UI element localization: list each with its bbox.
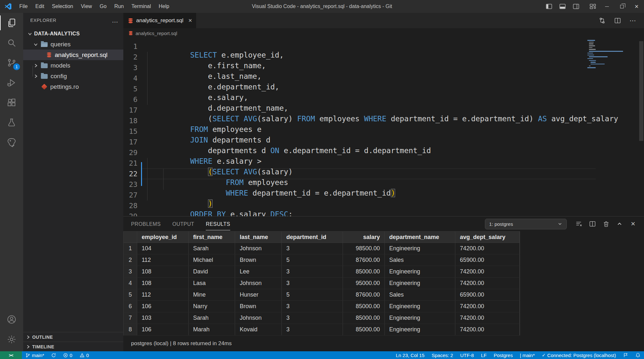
column-header[interactable]: last_name bbox=[235, 232, 282, 243]
more-actions-icon[interactable]: ⋯ bbox=[630, 17, 636, 24]
table-row[interactable]: 6 106NarryBrown385000.00Engineering74200… bbox=[124, 301, 520, 312]
tab-close-icon[interactable]: ✕ bbox=[188, 18, 192, 23]
editor-scrollbar[interactable] bbox=[639, 41, 643, 141]
menu-item[interactable]: Run bbox=[110, 0, 128, 13]
timeline-section[interactable]: TIMELINE bbox=[23, 342, 123, 351]
table-row[interactable]: 4 108LasaJohnson395000.00Engineering7420… bbox=[124, 278, 520, 289]
language-mode[interactable]: Postgres bbox=[490, 351, 516, 359]
source-control-icon[interactable]: 1 bbox=[0, 53, 23, 73]
branch-status-item[interactable]: main* bbox=[22, 351, 48, 359]
encoding[interactable]: UTF-8 bbox=[457, 351, 478, 359]
tree-item-analytics-report-sql[interactable]: analytics_report.sql bbox=[23, 50, 123, 60]
column-header[interactable]: employee_id bbox=[137, 232, 189, 243]
table-cell: Mine bbox=[189, 289, 235, 300]
settings-gear-icon[interactable] bbox=[0, 329, 23, 349]
remote-indicator[interactable]: >< bbox=[0, 351, 22, 359]
column-header[interactable]: avg_dept_salary bbox=[455, 232, 520, 243]
close-panel-icon[interactable]: ✕ bbox=[629, 220, 637, 228]
outline-section[interactable]: OUTLINE bbox=[23, 332, 123, 342]
toggle-panel-icon[interactable] bbox=[556, 0, 569, 13]
tree-item-config[interactable]: config bbox=[23, 71, 123, 81]
code-lines: 1 SELECT e.employee_id, 2 e.first_name, … bbox=[123, 38, 644, 216]
code-line[interactable]: 29 bbox=[123, 211, 644, 216]
table-row[interactable]: 7 103SarahJohnson385000.00Engineering742… bbox=[124, 312, 520, 324]
code-line[interactable]: 28 ORDER BY e.salary DESC; bbox=[123, 200, 644, 211]
table-header-row: employee_idfirst_namelast_namedepartment… bbox=[124, 231, 520, 243]
search-icon[interactable] bbox=[0, 33, 23, 53]
tab-results[interactable]: RESULTS bbox=[206, 217, 230, 230]
table-cell: Sarah bbox=[189, 243, 235, 254]
column-header[interactable]: salary bbox=[343, 232, 385, 243]
table-cell: Johnson bbox=[235, 278, 282, 289]
toggle-secondary-sidebar-icon[interactable] bbox=[569, 0, 583, 13]
explorer-icon[interactable] bbox=[0, 13, 23, 33]
split-editor-icon[interactable] bbox=[614, 17, 621, 24]
open-changes-icon[interactable] bbox=[599, 17, 606, 24]
column-header[interactable]: first_name bbox=[189, 232, 235, 243]
table-cell: 74200.00 bbox=[455, 324, 520, 335]
table-cell: Johnson bbox=[235, 312, 282, 324]
sidebar-more-actions-icon[interactable]: … bbox=[112, 17, 119, 24]
minimize-button[interactable] bbox=[600, 0, 614, 13]
maximize-panel-icon[interactable] bbox=[616, 220, 623, 228]
testing-beaker-icon[interactable] bbox=[0, 113, 23, 133]
query-status-text: postgres (local) | 8 rows returned in 24… bbox=[123, 338, 644, 349]
indentation[interactable]: Spaces: 2 bbox=[428, 351, 457, 359]
notifications-bell-icon[interactable] bbox=[632, 351, 644, 359]
column-header[interactable]: department_name bbox=[385, 232, 456, 243]
chevron-right-icon bbox=[33, 73, 39, 79]
breadcrumb[interactable]: analytics_report.sql bbox=[123, 28, 644, 38]
run-and-debug-icon[interactable] bbox=[0, 73, 23, 93]
clear-output-icon[interactable] bbox=[575, 220, 583, 228]
tree-item-queries[interactable]: queries bbox=[23, 39, 123, 50]
split-panel-icon[interactable] bbox=[589, 220, 596, 228]
tree-item-models[interactable]: models bbox=[23, 60, 123, 71]
table-cell: 104 bbox=[137, 243, 189, 254]
tree-item-pettings-ro[interactable]: pettings.ro bbox=[23, 81, 123, 92]
feedback-icon[interactable] bbox=[620, 351, 632, 359]
table-cell: Engineering bbox=[385, 312, 456, 324]
breadcrumb-item[interactable]: analytics_report.sql bbox=[136, 31, 177, 36]
column-header[interactable]: department_id bbox=[282, 232, 343, 243]
menu-item[interactable]: Go bbox=[96, 0, 110, 13]
menu-item[interactable]: Terminal bbox=[128, 0, 155, 13]
connection-select[interactable]: 1: postgres bbox=[485, 219, 567, 229]
db-connection-status[interactable]: ✓ Connected: Postgres (localhost) bbox=[538, 351, 620, 359]
trash-icon[interactable] bbox=[602, 220, 610, 228]
accounts-icon[interactable] bbox=[0, 309, 23, 329]
sync-status-item[interactable] bbox=[48, 351, 60, 359]
menu-item[interactable]: View bbox=[77, 0, 96, 13]
table-row[interactable]: 1 104SarahJohnson398500.00Engineering742… bbox=[124, 243, 520, 254]
tree-root-data-analytics[interactable]: DATA-ANALYTICS bbox=[23, 28, 123, 39]
branch-name: main* bbox=[32, 353, 44, 358]
minimap[interactable] bbox=[587, 40, 636, 69]
tab-analytics-report-sql[interactable]: analytics_report.sql ✕ bbox=[123, 13, 196, 28]
branch-indicator-right[interactable]: | main* bbox=[516, 351, 538, 359]
table-row[interactable]: 3 108DavidLee385000.00Engineering74200.0… bbox=[124, 266, 520, 278]
cursor-position[interactable]: Ln 23, Col 15 bbox=[392, 351, 428, 359]
restore-button[interactable] bbox=[614, 0, 629, 13]
code-editor[interactable]: 1 SELECT e.employee_id, 2 e.first_name, … bbox=[123, 38, 644, 216]
menu-item[interactable]: Help bbox=[155, 0, 173, 13]
toggle-sidebar-icon[interactable] bbox=[542, 0, 556, 13]
menu-item[interactable]: Selection bbox=[48, 0, 77, 13]
table-cell: 85000.00 bbox=[343, 324, 385, 335]
menu-item[interactable]: File bbox=[15, 0, 32, 13]
tree-item-label: pettings.ro bbox=[50, 83, 79, 90]
table-row[interactable]: 2 112MichaelBrown587600.00Sales65900.00 bbox=[124, 254, 520, 266]
eol-sequence[interactable]: LF bbox=[478, 351, 490, 359]
tab-output[interactable]: OUTPUT bbox=[172, 217, 194, 230]
customize-layout-icon[interactable] bbox=[586, 0, 600, 13]
postgresql-icon[interactable] bbox=[0, 133, 23, 152]
line-number: 17 bbox=[123, 138, 141, 146]
warnings-status-item[interactable]: 0 bbox=[76, 351, 92, 359]
table-cell: 103 bbox=[137, 312, 189, 324]
table-row[interactable]: 5 112MineHunser587600.00Sales65900.00 bbox=[124, 289, 520, 301]
menu-item[interactable]: Edit bbox=[32, 0, 48, 13]
errors-status-item[interactable]: 0 bbox=[60, 351, 76, 359]
line-number: 3 bbox=[123, 64, 141, 72]
table-row[interactable]: 8 106MarahKovaid385000.00Engineering7420… bbox=[124, 324, 520, 336]
close-button[interactable]: ✕ bbox=[629, 0, 644, 13]
extensions-icon[interactable] bbox=[0, 93, 23, 113]
tab-problems[interactable]: PROBLEMS bbox=[131, 217, 161, 230]
